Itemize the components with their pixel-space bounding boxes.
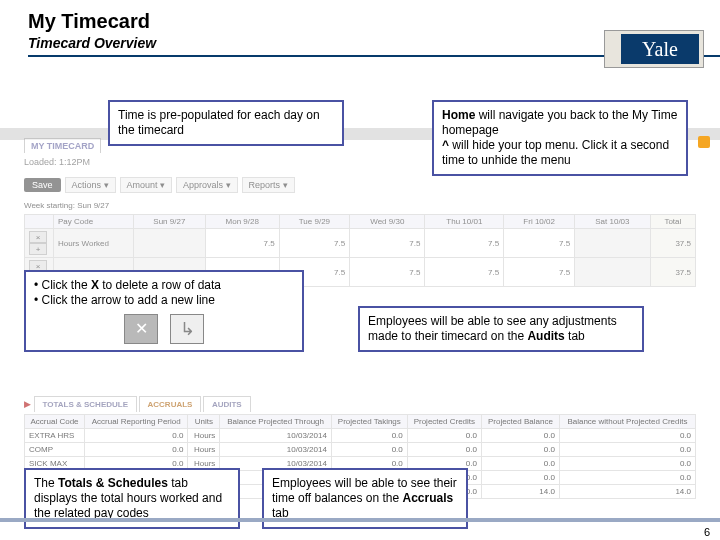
cell: 0.0	[559, 457, 695, 471]
reports-menu[interactable]: Reports ▾	[242, 177, 295, 193]
hours-cell: 7.5	[425, 258, 504, 287]
hours-cell	[575, 258, 651, 287]
col-header: Projected Takings	[331, 415, 407, 429]
cell: Hours	[188, 443, 220, 457]
cell: 0.0	[559, 429, 695, 443]
cell: 0.0	[85, 429, 188, 443]
row-controls: ×+	[25, 229, 54, 258]
table-row: EXTRA HRS0.0Hours10/03/20140.00.00.00.0	[25, 429, 696, 443]
grand-total-cell: 37.5	[650, 258, 695, 287]
hours-cell[interactable]: 7.5	[279, 229, 349, 258]
add-row-sample-icon: ↳	[170, 314, 204, 344]
hours-cell: 7.5	[504, 258, 575, 287]
row-total-cell: 37.5	[650, 229, 695, 258]
delete-row-sample-icon: ✕	[124, 314, 158, 344]
tab-accruals[interactable]: ACCRUALS	[139, 396, 202, 412]
icon-sample: ✕ ↳	[34, 314, 294, 344]
cell: 14.0	[559, 485, 695, 499]
cell: COMP	[25, 443, 85, 457]
callout-audits: Employees will be able to see any adjust…	[358, 306, 644, 352]
cell: 0.0	[407, 443, 481, 457]
callout-text: will hide your top menu. Click it a seco…	[442, 138, 669, 167]
col-header: Accrual Code	[25, 415, 85, 429]
cell: EXTRA HRS	[25, 429, 85, 443]
hours-cell[interactable]: 7.5	[205, 229, 279, 258]
actions-menu[interactable]: Actions ▾	[65, 177, 116, 193]
footer-rule	[0, 518, 720, 522]
col-header: Projected Balance	[481, 415, 559, 429]
total-header: Total	[650, 215, 695, 229]
day-header: Tue 9/29	[279, 215, 349, 229]
cell: 0.0	[481, 457, 559, 471]
cell: Hours	[188, 429, 220, 443]
cell: 0.0	[85, 443, 188, 457]
col-header: Balance Projected Through	[220, 415, 332, 429]
table-row: COMP0.0Hours10/03/20140.00.00.00.0	[25, 443, 696, 457]
hours-cell: 7.5	[350, 258, 425, 287]
delete-row-icon[interactable]: ×	[29, 231, 47, 243]
cell: 14.0	[481, 485, 559, 499]
hours-cell[interactable]	[575, 229, 651, 258]
hours-cell[interactable]	[134, 229, 206, 258]
action-bar: Save Actions ▾ Amount ▾ Approvals ▾ Repo…	[24, 177, 696, 193]
approvals-menu[interactable]: Approvals ▾	[176, 177, 238, 193]
timecard-row: ×+ Hours Worked 7.5 7.5 7.5 7.5 7.5 37.5	[25, 229, 696, 258]
mytimecard-tab[interactable]: MY TIMECARD	[24, 138, 101, 153]
day-header: Mon 9/28	[205, 215, 279, 229]
col-header: Projected Credits	[407, 415, 481, 429]
cell: 0.0	[481, 471, 559, 485]
week-label: Week starting: Sun 9/27	[24, 201, 696, 210]
callout-home-caret: Home will navigate you back to the My Ti…	[432, 100, 688, 176]
rowctl-header	[25, 215, 54, 229]
cell: 0.0	[331, 429, 407, 443]
detail-tabs: ▶ TOTALS & SCHEDULE ACCRUALS AUDITS	[24, 396, 250, 412]
cell: 0.0	[407, 429, 481, 443]
tab-audits[interactable]: AUDITS	[203, 396, 251, 412]
add-row-icon[interactable]: +	[29, 243, 47, 255]
cell: 0.0	[559, 443, 695, 457]
callout-text: will navigate you back to the My Time ho…	[442, 108, 677, 137]
col-header: Units	[188, 415, 220, 429]
callout-bold: ^	[442, 138, 449, 152]
hours-cell[interactable]: 7.5	[425, 229, 504, 258]
paycode-cell[interactable]: Hours Worked	[54, 229, 134, 258]
callout-bold: Home	[442, 108, 475, 122]
save-button[interactable]: Save	[24, 178, 61, 192]
logo-text: Yale	[621, 34, 699, 64]
cell: 0.0	[331, 443, 407, 457]
day-header: Wed 9/30	[350, 215, 425, 229]
callout-prepopulated: Time is pre-populated for each day on th…	[108, 100, 344, 146]
cell: 10/03/2014	[220, 429, 332, 443]
page-number: 6	[704, 526, 710, 538]
day-header: Thu 10/01	[425, 215, 504, 229]
day-header: Sun 9/27	[134, 215, 206, 229]
accruals-header-row: Accrual Code Accrual Reporting Period Un…	[25, 415, 696, 429]
hours-cell[interactable]: 7.5	[504, 229, 575, 258]
col-header: Accrual Reporting Period	[85, 415, 188, 429]
hours-cell[interactable]: 7.5	[350, 229, 425, 258]
callout-row-controls: • Click the X to delete a row of data • …	[24, 270, 304, 352]
day-header: Fri 10/02	[504, 215, 575, 229]
cell: 0.0	[481, 443, 559, 457]
tab-totals-schedule[interactable]: TOTALS & SCHEDULE	[34, 396, 137, 412]
day-header: Sat 10/03	[575, 215, 651, 229]
cell: 10/03/2014	[220, 443, 332, 457]
orange-indicator-icon	[698, 136, 710, 148]
cell: 0.0	[481, 429, 559, 443]
logo: Yale	[604, 30, 704, 68]
col-header: Balance without Projected Credits	[559, 415, 695, 429]
paycode-header: Pay Code	[54, 215, 134, 229]
amount-menu[interactable]: Amount ▾	[120, 177, 173, 193]
timecard-header-row: Pay Code Sun 9/27 Mon 9/28 Tue 9/29 Wed …	[25, 215, 696, 229]
callout-text: Time is pre-populated for each day on th…	[118, 108, 320, 137]
cell: 0.0	[559, 471, 695, 485]
